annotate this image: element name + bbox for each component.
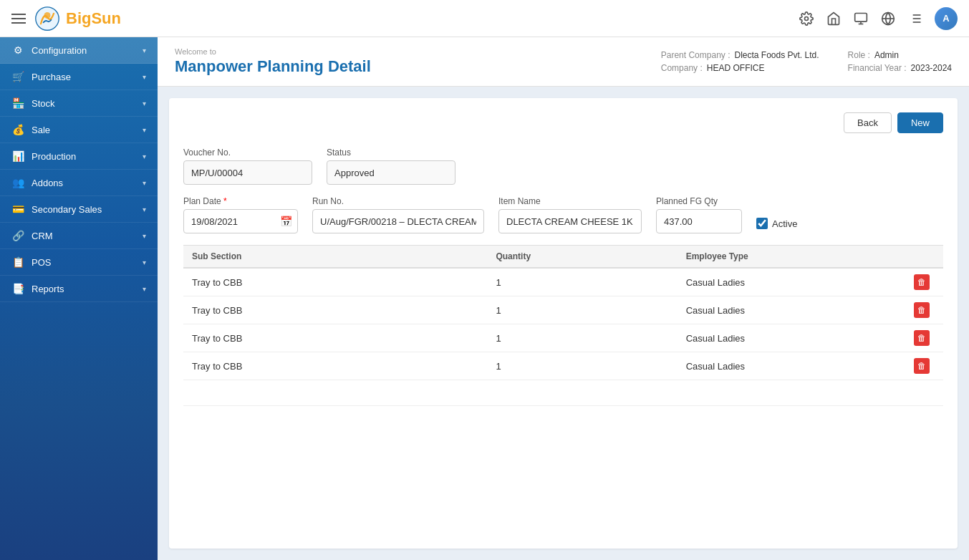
sidebar-item-configuration[interactable]: ⚙ Configuration ▾ — [0, 37, 158, 64]
top-header: BigSun A — [0, 0, 969, 37]
active-label[interactable]: Active — [772, 218, 797, 229]
cell-employee-type: Casual Ladies — [678, 324, 905, 352]
crm-icon: 🔗 — [11, 230, 24, 241]
content-panel: Back New Voucher No. Status Plan Date — [169, 98, 958, 549]
sidebar-item-label: Purchase — [32, 72, 71, 82]
main-content: Welcome to Manpower Planning Detail Pare… — [158, 37, 969, 560]
cell-sub-section: Tray to CBB — [183, 268, 487, 296]
parent-company-label: Parent Company : — [661, 50, 731, 60]
logo-area: BigSun — [34, 6, 121, 32]
back-button[interactable]: Back — [844, 112, 892, 133]
run-no-group: Run No. — [312, 196, 484, 233]
role-info: Role : Admin Financial Year : 2023-2024 — [848, 50, 952, 73]
sidebar-item-label: Reports — [32, 284, 64, 294]
cell-sub-section: Tray to CBB — [183, 296, 487, 324]
delete-button[interactable]: 🗑 — [914, 330, 930, 346]
status-label: Status — [327, 148, 455, 158]
run-no-input[interactable] — [312, 209, 484, 233]
main-layout: ⚙ Configuration ▾ 🛒 Purchase ▾ 🏪 Stock ▾… — [0, 37, 969, 560]
home-icon[interactable] — [826, 11, 842, 26]
status-group: Status — [327, 148, 455, 185]
plan-date-group: Plan Date * 📅 — [183, 196, 298, 233]
run-no-label: Run No. — [312, 196, 484, 206]
active-checkbox[interactable] — [756, 218, 768, 229]
chevron-icon: ▾ — [143, 206, 146, 213]
calendar-icon[interactable]: 📅 — [280, 216, 292, 227]
sidebar-item-sale[interactable]: 💰 Sale ▾ — [0, 117, 158, 143]
app-name: BigSun — [66, 9, 121, 28]
col-employee-type: Employee Type — [678, 246, 905, 269]
stock-icon: 🏪 — [11, 97, 24, 109]
form-row-2: Plan Date * 📅 Run No. Item Name — [183, 196, 943, 233]
planned-fg-qty-input[interactable] — [656, 209, 742, 233]
page-title: Manpower Planning Detail — [175, 57, 371, 76]
form-row-1: Voucher No. Status — [183, 148, 943, 185]
cell-quantity: 1 — [487, 268, 677, 296]
col-sub-section: Sub Section — [183, 246, 487, 269]
toolbar: Back New — [183, 112, 943, 133]
active-group: Active — [756, 218, 797, 233]
header-left: BigSun — [11, 6, 121, 32]
cell-delete: 🗑 — [905, 352, 943, 380]
delete-button[interactable]: 🗑 — [914, 302, 930, 318]
voucher-no-group: Voucher No. — [183, 148, 312, 185]
cell-employee-type: Casual Ladies — [678, 268, 905, 296]
status-input[interactable] — [327, 160, 455, 185]
delete-button[interactable]: 🗑 — [914, 274, 930, 290]
voucher-no-input[interactable] — [183, 160, 312, 185]
table-empty-row — [183, 380, 943, 406]
sidebar-item-addons[interactable]: 👥 Addons ▾ — [0, 170, 158, 196]
secondary-sales-icon: 💳 — [11, 203, 24, 215]
cell-employee-type: Casual Ladies — [678, 352, 905, 380]
sidebar-item-pos[interactable]: 📋 POS ▾ — [0, 249, 158, 276]
page-header-left: Welcome to Manpower Planning Detail — [175, 47, 371, 76]
sidebar-item-label: Secondary Sales — [32, 204, 102, 215]
menu-icon[interactable] — [907, 11, 923, 26]
chevron-icon: ▾ — [143, 232, 146, 240]
sidebar-item-purchase[interactable]: 🛒 Purchase ▾ — [0, 64, 158, 90]
chevron-icon: ▾ — [143, 285, 146, 293]
cell-delete: 🗑 — [905, 296, 943, 324]
logo-icon — [34, 6, 60, 32]
table-row: Tray to CBB 1 Casual Ladies 🗑 — [183, 296, 943, 324]
new-button[interactable]: New — [897, 112, 943, 133]
sidebar-item-crm[interactable]: 🔗 CRM ▾ — [0, 223, 158, 249]
sidebar-item-label: Sale — [32, 125, 50, 135]
settings-icon[interactable] — [799, 11, 814, 26]
chevron-icon: ▾ — [143, 179, 146, 187]
hamburger-menu[interactable] — [11, 14, 26, 24]
sidebar-item-label: POS — [32, 257, 51, 268]
chevron-icon: ▾ — [143, 153, 146, 160]
reports-icon: 📑 — [11, 283, 24, 294]
sidebar-item-label: Addons — [32, 178, 63, 188]
svg-point-2 — [805, 16, 809, 20]
avatar[interactable]: A — [935, 7, 958, 30]
sidebar-item-secondary-sales[interactable]: 💳 Secondary Sales ▾ — [0, 196, 158, 223]
planned-fg-qty-label: Planned FG Qty — [656, 196, 742, 206]
delete-button[interactable]: 🗑 — [914, 358, 930, 374]
sidebar-item-reports[interactable]: 📑 Reports ▾ — [0, 276, 158, 302]
cell-quantity: 1 — [487, 324, 677, 352]
page-welcome: Welcome to — [175, 47, 371, 56]
addons-icon: 👥 — [11, 177, 24, 188]
financial-year-value: 2023-2024 — [911, 63, 952, 73]
col-actions — [905, 246, 943, 269]
sidebar-item-stock[interactable]: 🏪 Stock ▾ — [0, 90, 158, 117]
voucher-no-label: Voucher No. — [183, 148, 312, 158]
cell-quantity: 1 — [487, 352, 677, 380]
company-value: HEAD OFFICE — [707, 63, 765, 73]
item-name-input[interactable] — [498, 209, 642, 233]
parent-company-value: Dlecta Foods Pvt. Ltd. — [734, 50, 819, 60]
active-checkbox-group: Active — [756, 218, 797, 229]
page-header-right: Parent Company : Dlecta Foods Pvt. Ltd. … — [661, 50, 952, 73]
sidebar-item-production[interactable]: 📊 Production ▾ — [0, 143, 158, 170]
globe-icon[interactable] — [880, 11, 896, 26]
chevron-icon: ▾ — [143, 259, 146, 266]
configuration-icon: ⚙ — [11, 44, 24, 56]
header-right: A — [799, 7, 958, 30]
financial-year-label: Financial Year : — [848, 63, 907, 73]
monitor-icon[interactable] — [853, 11, 869, 26]
sidebar-item-label: Stock — [32, 98, 55, 109]
production-icon: 📊 — [11, 150, 24, 162]
chevron-icon: ▾ — [143, 47, 146, 54]
